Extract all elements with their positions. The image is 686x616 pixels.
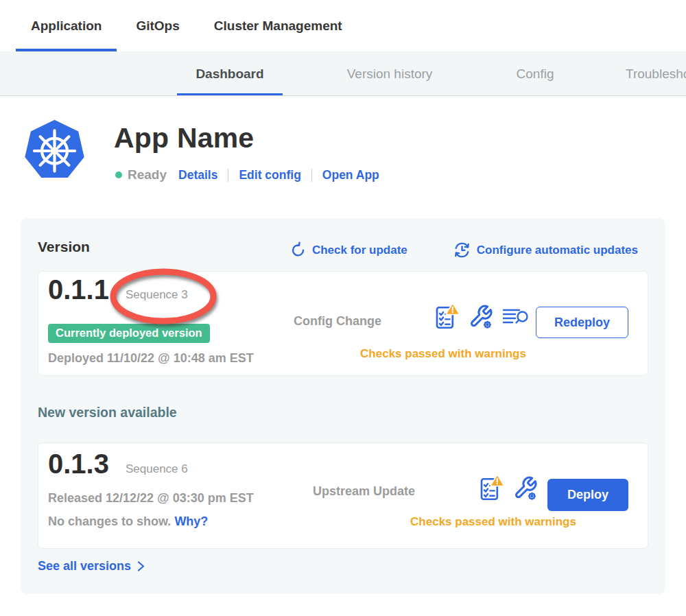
- new-version-number: 0.1.3: [48, 449, 109, 479]
- refresh-icon: [289, 241, 307, 259]
- new-version-status-icons: [480, 474, 538, 502]
- file-search-icon[interactable]: [502, 307, 530, 327]
- currently-deployed-badge: Currently deployed version: [48, 324, 210, 343]
- new-version-available-heading: New version available: [38, 405, 177, 420]
- wrench-gear-icon[interactable]: [469, 304, 493, 330]
- tab-application-label: Application: [31, 19, 102, 34]
- status-text: Ready: [128, 167, 167, 182]
- no-changes-text: No changes to show. Why?: [48, 514, 208, 529]
- tab-version-history[interactable]: Version history: [335, 51, 445, 96]
- tab-dashboard[interactable]: Dashboard: [177, 51, 283, 96]
- tab-config[interactable]: Config: [509, 51, 561, 96]
- tab-troubleshoot-label: Troubleshoot: [626, 67, 686, 82]
- version-panel: Version Check for update Configure autom…: [21, 218, 665, 594]
- tab-cluster-management[interactable]: Cluster Management: [199, 0, 357, 51]
- divider: [228, 169, 228, 182]
- redeploy-button[interactable]: Redeploy: [536, 307, 628, 338]
- new-sequence-label: Sequence 6: [126, 462, 188, 476]
- app-name-title: App Name: [114, 122, 254, 154]
- deployed-timestamp: Deployed 11/10/22 @ 10:48 am EST: [48, 351, 254, 366]
- current-version-number: 0.1.1: [48, 274, 109, 305]
- secondary-nav: Dashboard Version history Config Trouble…: [0, 51, 686, 96]
- tab-gitops-label: GitOps: [136, 19, 179, 34]
- see-all-versions-label: See all versions: [38, 559, 131, 573]
- configure-automatic-updates-label: Configure automatic updates: [477, 244, 638, 257]
- divider: [311, 169, 312, 182]
- status-ready-dot: [115, 171, 122, 178]
- current-version-card: 0.1.1 Sequence 3 Currently deployed vers…: [38, 271, 648, 376]
- tab-gitops[interactable]: GitOps: [121, 0, 194, 51]
- preflight-checks-status: Checks passed with warnings: [327, 347, 560, 361]
- kubernetes-logo-icon: [23, 118, 86, 184]
- version-panel-actions: Check for update Configure automatic upd…: [289, 241, 638, 259]
- check-for-update-button[interactable]: Check for update: [289, 241, 407, 259]
- version-source-label: Upstream Update: [313, 484, 415, 499]
- admin-console-screen: Application GitOps Cluster Management Da…: [0, 0, 686, 616]
- wrench-gear-icon[interactable]: [513, 475, 538, 501]
- deploy-button[interactable]: Deploy: [547, 479, 628, 511]
- no-changes-label: No changes to show.: [48, 514, 171, 528]
- tab-cluster-management-label: Cluster Management: [214, 19, 342, 34]
- current-sequence-label: Sequence 3: [126, 288, 188, 302]
- app-status-row: Ready Details Edit config Open App: [115, 167, 379, 182]
- preflight-checks-status: Checks passed with warnings: [377, 515, 610, 529]
- current-version-status-icons: [435, 303, 530, 331]
- tab-application[interactable]: Application: [16, 0, 117, 51]
- tab-dashboard-label: Dashboard: [196, 67, 263, 82]
- open-app-link[interactable]: Open App: [322, 168, 379, 182]
- auto-update-clock-icon: [453, 241, 471, 259]
- why-link[interactable]: Why?: [174, 514, 208, 528]
- version-panel-title: Version: [38, 239, 90, 255]
- checklist-warning-icon[interactable]: [480, 474, 504, 502]
- new-version-card: 0.1.3 Sequence 6 Released 12/12/22 @ 03:…: [38, 442, 648, 549]
- edit-config-link[interactable]: Edit config: [239, 168, 300, 182]
- tab-config-label: Config: [517, 67, 554, 82]
- check-for-update-label: Check for update: [312, 244, 407, 257]
- checklist-warning-icon[interactable]: [435, 303, 460, 331]
- details-link[interactable]: Details: [178, 168, 217, 182]
- released-timestamp: Released 12/12/22 @ 03:30 pm EST: [48, 491, 254, 506]
- tab-troubleshoot[interactable]: Troubleshoot: [626, 51, 686, 96]
- primary-nav: Application GitOps Cluster Management: [0, 0, 686, 51]
- see-all-versions-link[interactable]: See all versions: [38, 559, 146, 573]
- chevron-right-icon: [136, 560, 146, 572]
- version-source-label: Config Change: [294, 314, 381, 329]
- tab-version-history-label: Version history: [347, 67, 433, 82]
- configure-automatic-updates-button[interactable]: Configure automatic updates: [453, 241, 638, 259]
